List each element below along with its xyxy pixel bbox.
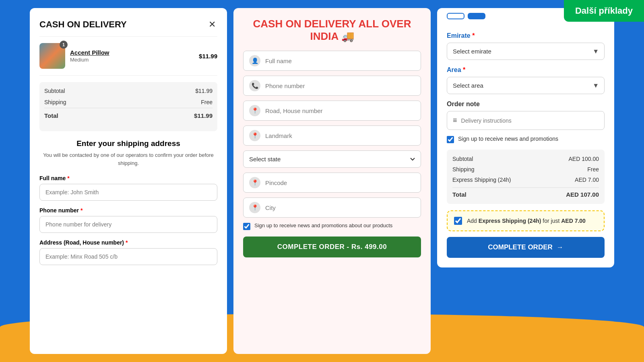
address-input[interactable] — [39, 248, 217, 265]
middle-signup-text: Sign up to receive news and promotions a… — [254, 222, 392, 228]
pincode-input[interactable] — [265, 179, 415, 186]
address-label: Address (Road, House number) * — [39, 239, 217, 246]
product-badge: 1 — [60, 41, 68, 49]
right-express-row: Express Shipping (24h) AED 7.00 — [452, 175, 599, 185]
delivery-input-row: ≡ — [447, 111, 605, 130]
area-select-wrapper: Select area ▼ — [447, 77, 605, 94]
complete-order-blue-button[interactable]: COMPLETE ORDER → — [447, 237, 605, 258]
shipping-sub: You will be contacted by one of our oper… — [39, 151, 217, 167]
tab-2[interactable] — [468, 13, 485, 19]
total-row: Total $11.99 — [44, 108, 213, 121]
state-select[interactable]: Select state — [243, 150, 421, 168]
location-icon: 📍 — [249, 105, 260, 116]
express-label: Add Express Shipping (24h) for just AED … — [467, 218, 586, 224]
emirate-select-wrapper: Select emirate ▼ — [447, 43, 605, 60]
address-middle-input[interactable] — [265, 107, 415, 114]
product-info: Accent Pillow Medium — [70, 49, 194, 63]
person-icon: 👤 — [249, 55, 260, 66]
middle-signup-checkbox[interactable] — [243, 223, 250, 230]
product-row: 1 Accent Pillow Medium $11.99 — [39, 43, 217, 76]
phone-field: 📞 — [243, 76, 421, 96]
left-panel-header: CASH ON DELIVERY ✕ — [39, 18, 217, 37]
landmark-input[interactable] — [265, 132, 415, 139]
fullname-label: Full name * — [39, 175, 217, 181]
complete-order-button[interactable]: COMPLETE ORDER - Rs. 499.00 — [243, 237, 421, 257]
area-select[interactable]: Select area — [447, 77, 605, 94]
express-shipping-box: Add Express Shipping (24h) for just AED … — [447, 210, 605, 231]
city-input[interactable] — [265, 204, 415, 211]
address-field: 📍 — [243, 101, 421, 121]
right-signup-row: Sign up to receive news and promotions — [447, 136, 605, 143]
close-button[interactable]: ✕ — [207, 18, 217, 31]
order-note-title: Order note — [447, 101, 605, 108]
cost-table: Subtotal $11.99 Shipping Free Total $11.… — [44, 85, 213, 121]
pincode-field: 📍 — [243, 173, 421, 193]
landmark-field: 📍 — [243, 125, 421, 146]
india-header: CASH ON DELIVERY ALL OVER INDIA 🚚 — [243, 18, 421, 43]
fullname-input[interactable] — [39, 184, 217, 201]
emirate-label: Emirate * — [447, 32, 605, 39]
fullname-field: 👤 — [243, 51, 421, 71]
tab-1[interactable] — [447, 13, 464, 19]
fullname-middle-input[interactable] — [265, 58, 415, 64]
shipping-title: Enter your shipping address — [39, 139, 217, 148]
product-name: Accent Pillow — [70, 49, 194, 56]
phone-icon: 📞 — [249, 80, 260, 91]
right-total-row: Total AED 107.00 — [452, 187, 599, 200]
right-signup-text: Sign up to receive news and promotions — [458, 136, 558, 142]
phone-label: Phone number * — [39, 207, 217, 214]
area-label: Area * — [447, 66, 605, 74]
middle-panel: CASH ON DELIVERY ALL OVER INDIA 🚚 👤 📞 📍 … — [233, 8, 431, 354]
phone-middle-input[interactable] — [265, 82, 415, 89]
left-panel-title: CASH ON DELIVERY — [39, 19, 127, 30]
landmark-icon: 📍 — [249, 130, 260, 141]
left-panel: CASH ON DELIVERY ✕ 1 Accent Pillow Mediu… — [30, 8, 227, 354]
phone-group: Phone number * — [39, 207, 217, 233]
product-price: $11.99 — [199, 53, 217, 60]
product-variant: Medium — [70, 57, 194, 63]
right-panel-content: Emirate * Select emirate ▼ Area * Select… — [437, 24, 614, 267]
fullname-group: Full name * — [39, 175, 217, 201]
cost-summary: Subtotal $11.99 Shipping Free Total $11.… — [39, 82, 217, 131]
address-group: Address (Road, House number) * — [39, 239, 217, 265]
shipping-row: Shipping Free — [44, 97, 213, 108]
pin-icon: 📍 — [249, 177, 260, 188]
phone-input[interactable] — [39, 216, 217, 233]
right-subtotal-row: Subtotal AED 100.00 — [452, 154, 599, 164]
product-image: 1 — [39, 43, 65, 69]
delivery-instructions-input[interactable] — [461, 117, 599, 124]
right-signup-checkbox[interactable] — [447, 136, 454, 143]
emirate-select[interactable]: Select emirate — [447, 43, 605, 60]
middle-signup-row: Sign up to receive news and promotions a… — [243, 222, 421, 230]
subtotal-row: Subtotal $11.99 — [44, 85, 213, 97]
city-icon: 📍 — [249, 202, 260, 213]
express-shipping-checkbox[interactable] — [454, 217, 462, 225]
lines-icon: ≡ — [453, 116, 457, 125]
right-panel-wrapper: Emirate * Select emirate ▼ Area * Select… — [437, 8, 614, 267]
city-field: 📍 — [243, 197, 421, 218]
right-cost-summary: Subtotal AED 100.00 Shipping Free Expres… — [447, 150, 605, 204]
right-shipping-row: Shipping Free — [452, 164, 599, 175]
top-banner: Další příklady — [564, 0, 644, 22]
